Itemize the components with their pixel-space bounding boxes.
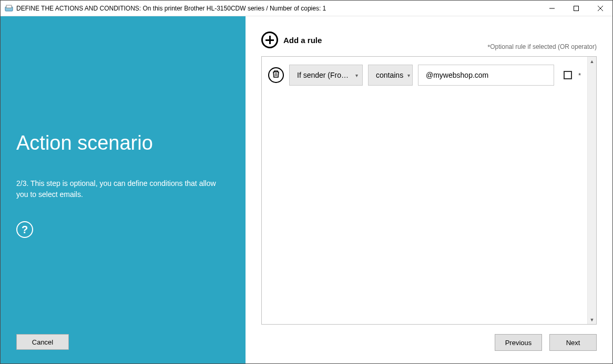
optional-rule-checkbox[interactable] — [564, 71, 572, 79]
window-title: DEFINE THE ACTIONS AND CONDITIONS: On th… — [16, 5, 326, 12]
rule-operator-label: contains — [376, 71, 403, 79]
svg-rect-1 — [6, 5, 12, 8]
scroll-up-arrow-icon[interactable]: ▲ — [588, 57, 596, 66]
chevron-down-icon: ▾ — [355, 72, 358, 78]
add-rule-button[interactable]: Add a rule — [261, 32, 322, 48]
rules-list-inner: If sender (From)... ▾ contains ▾ * — [262, 57, 587, 324]
help-button[interactable]: ? — [16, 221, 33, 238]
rule-field-dropdown[interactable]: If sender (From)... ▾ — [289, 65, 363, 86]
optional-hint: *Optional rule if selected (OR operator) — [487, 43, 597, 53]
scroll-down-arrow-icon[interactable]: ▼ — [588, 315, 596, 324]
sidebar: Action scenario 2/3. This step is option… — [1, 16, 246, 363]
app-window: DEFINE THE ACTIONS AND CONDITIONS: On th… — [0, 0, 613, 364]
close-button[interactable] — [588, 1, 612, 16]
window-body: Action scenario 2/3. This step is option… — [1, 16, 612, 363]
rule-row: If sender (From)... ▾ contains ▾ * — [268, 65, 581, 86]
page-description: 2/3. This step is optional, you can defi… — [16, 178, 227, 200]
rule-operator-dropdown[interactable]: contains ▾ — [368, 65, 413, 86]
svg-rect-3 — [574, 6, 579, 11]
main-panel: Add a rule *Optional rule if selected (O… — [246, 16, 612, 363]
add-rule-label: Add a rule — [283, 36, 322, 45]
app-icon — [5, 4, 13, 13]
next-button[interactable]: Next — [549, 334, 597, 351]
window-controls — [540, 1, 612, 16]
maximize-button[interactable] — [564, 1, 588, 16]
delete-rule-button[interactable] — [268, 67, 284, 83]
trash-icon — [272, 70, 280, 80]
previous-button[interactable]: Previous — [495, 334, 542, 351]
scrollbar[interactable]: ▲ ▼ — [587, 57, 596, 324]
plus-icon — [261, 32, 278, 48]
rules-topbar: Add a rule *Optional rule if selected (O… — [261, 27, 597, 53]
rules-list: If sender (From)... ▾ contains ▾ * ▲ — [261, 56, 597, 325]
cancel-button[interactable]: Cancel — [16, 334, 69, 350]
titlebar: DEFINE THE ACTIONS AND CONDITIONS: On th… — [1, 1, 612, 16]
asterisk-icon: * — [578, 71, 581, 79]
chevron-down-icon: ▾ — [407, 72, 410, 78]
minimize-button[interactable] — [540, 1, 564, 16]
rule-field-label: If sender (From)... — [297, 71, 351, 79]
rule-value-input[interactable] — [418, 65, 554, 86]
help-icon: ? — [22, 224, 28, 236]
page-heading: Action scenario — [16, 132, 230, 154]
wizard-footer: Previous Next — [261, 334, 597, 351]
